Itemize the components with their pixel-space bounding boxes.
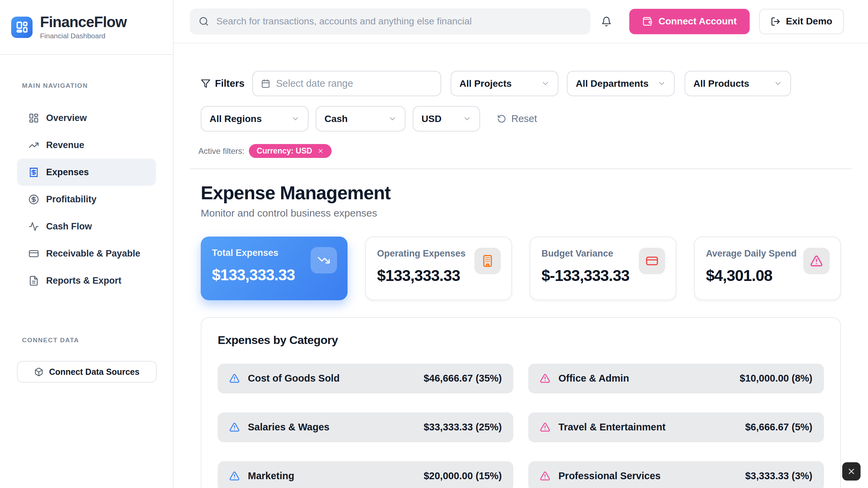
- category-row-travel-entertainment[interactable]: Travel & Entertainment $6,666.67 (5%): [528, 412, 824, 442]
- main-navigation: Overview Revenue Expenses Profitability …: [0, 104, 173, 294]
- alert-triangle-icon: [810, 255, 823, 267]
- currency-select[interactable]: USD: [413, 106, 480, 131]
- filters-heading: Filters: [201, 78, 244, 89]
- credit-card-icon: [646, 255, 658, 267]
- chevron-down-icon: [657, 79, 666, 88]
- sidebar-item-label: Expenses: [46, 167, 89, 178]
- sidebar-item-label: Reports & Export: [46, 276, 121, 286]
- alert-triangle-icon: [540, 422, 550, 432]
- connect-account-label: Connect Account: [658, 16, 737, 27]
- page-subtitle: Monitor and control business expenses: [201, 207, 841, 219]
- log-out-icon: [771, 17, 781, 26]
- stat-card-budget-variance[interactable]: Budget Variance $-133,333.33: [530, 237, 676, 300]
- chevron-down-icon: [388, 115, 397, 123]
- stat-label: Total Expenses: [212, 248, 314, 258]
- sidebar-item-overview[interactable]: Overview: [17, 104, 156, 131]
- search-box[interactable]: [190, 8, 590, 35]
- sidebar-item-expenses[interactable]: Expenses: [17, 159, 156, 186]
- sidebar-item-label: Receivable & Payable: [46, 248, 140, 259]
- layout-grid-icon: [28, 113, 39, 123]
- chevron-down-icon: [291, 115, 300, 123]
- stat-icon-box: [311, 247, 337, 273]
- projects-select[interactable]: All Projects: [451, 71, 558, 96]
- app-logo: [11, 17, 33, 38]
- stat-card-operating-expenses[interactable]: Operating Expenses $133,333.33: [365, 237, 512, 300]
- package-icon: [34, 367, 43, 377]
- sidebar-item-profitability[interactable]: Profitability: [17, 186, 156, 213]
- reset-filters-button[interactable]: Reset: [495, 113, 539, 125]
- alert-triangle-icon: [229, 373, 240, 384]
- alert-triangle-icon: [229, 471, 240, 481]
- exit-demo-button[interactable]: Exit Demo: [759, 9, 844, 34]
- sidebar-item-label: Profitability: [46, 194, 97, 205]
- category-row-salaries-wages[interactable]: Salaries & Wages $33,333.33 (25%): [218, 412, 513, 442]
- filters-row-1: Filters Select date range All Projects A…: [201, 71, 841, 96]
- bell-icon: [601, 16, 612, 27]
- stat-card-average-daily-spend[interactable]: Average Daily Spend $4,301.08: [694, 237, 841, 300]
- sidebar-item-label: Overview: [46, 113, 87, 123]
- chevron-down-icon: [541, 79, 550, 88]
- layout-dashboard-icon: [16, 21, 28, 34]
- sidebar: FinanceFlow Financial Dashboard MAIN NAV…: [0, 0, 174, 488]
- date-range-input[interactable]: Select date range: [252, 71, 441, 96]
- stat-icon-box: [639, 248, 665, 274]
- page-title: Expense Management: [201, 183, 841, 203]
- app-subtitle: Financial Dashboard: [40, 32, 126, 40]
- departments-select[interactable]: All Departments: [567, 71, 675, 96]
- close-overlay-button[interactable]: [842, 462, 861, 481]
- sidebar-header: FinanceFlow Financial Dashboard: [0, 0, 173, 55]
- file-text-icon: [28, 276, 39, 286]
- category-grid: Cost of Goods Sold $46,666.67 (35%) Offi…: [218, 364, 824, 488]
- sidebar-item-cash-flow[interactable]: Cash Flow: [17, 213, 156, 240]
- stat-label: Operating Expenses: [377, 248, 479, 259]
- chevron-down-icon: [463, 115, 471, 123]
- category-row-professional-services[interactable]: Professional Services $3,333.33 (3%): [528, 461, 824, 488]
- credit-card-icon: [28, 248, 39, 259]
- connect-account-button[interactable]: Connect Account: [629, 9, 750, 34]
- nav-section-heading: MAIN NAVIGATION: [0, 82, 173, 89]
- trending-down-icon: [317, 254, 330, 267]
- connect-data-sources-label: Connect Data Sources: [49, 367, 140, 377]
- trending-up-icon: [28, 140, 39, 150]
- notifications-button[interactable]: [599, 14, 614, 29]
- date-range-placeholder: Select date range: [276, 78, 353, 89]
- sidebar-item-receivable-payable[interactable]: Receivable & Payable: [17, 240, 156, 267]
- connect-data-sources-button[interactable]: Connect Data Sources: [17, 361, 157, 383]
- close-icon: [847, 467, 856, 476]
- active-filters-row: Active filters: Currency: USD: [201, 144, 841, 158]
- category-row-marketing[interactable]: Marketing $20,000.00 (15%): [218, 461, 513, 488]
- stat-label: Average Daily Spend: [706, 248, 808, 259]
- alert-triangle-icon: [540, 373, 550, 384]
- main-area: Connect Account Exit Demo Filters Select…: [174, 0, 868, 488]
- stat-card-total-expenses[interactable]: Total Expenses $133,333.33: [201, 237, 348, 300]
- rotate-ccw-icon: [497, 114, 506, 123]
- circle-dollar-icon: [28, 194, 39, 205]
- page-content: Filters Select date range All Projects A…: [174, 43, 868, 488]
- expenses-by-category-panel: Expenses by Category Cost of Goods Sold …: [201, 317, 841, 488]
- search-icon: [199, 16, 209, 26]
- exit-demo-label: Exit Demo: [786, 16, 832, 27]
- sidebar-item-revenue[interactable]: Revenue: [17, 131, 156, 159]
- category-row-office-admin[interactable]: Office & Admin $10,000.00 (8%): [528, 364, 824, 393]
- alert-triangle-icon: [229, 422, 240, 432]
- receipt-icon: [28, 167, 39, 178]
- section-divider: [190, 168, 852, 169]
- active-filters-label: Active filters:: [198, 146, 244, 156]
- activity-icon: [28, 221, 39, 232]
- chevron-down-icon: [774, 79, 782, 88]
- app-window: FinanceFlow Financial Dashboard MAIN NAV…: [0, 0, 868, 488]
- regions-select[interactable]: All Regions: [201, 106, 309, 131]
- stat-label: Budget Variance: [541, 248, 643, 259]
- sidebar-item-label: Cash Flow: [46, 221, 92, 232]
- filters-row-2: All Regions Cash USD Reset: [201, 106, 841, 131]
- stat-cards: Total Expenses $133,333.33 Operating Exp…: [201, 237, 841, 300]
- category-row-cost-of-goods-sold[interactable]: Cost of Goods Sold $46,666.67 (35%): [218, 364, 513, 393]
- stat-icon-box: [474, 248, 501, 274]
- connect-data-heading: CONNECT DATA: [0, 337, 173, 344]
- active-filter-chip-currency[interactable]: Currency: USD: [249, 144, 332, 158]
- sidebar-item-reports-export[interactable]: Reports & Export: [17, 267, 156, 294]
- payment-method-select[interactable]: Cash: [316, 106, 406, 131]
- products-select[interactable]: All Products: [685, 71, 791, 96]
- search-input[interactable]: [216, 16, 581, 27]
- filter-icon: [201, 79, 211, 88]
